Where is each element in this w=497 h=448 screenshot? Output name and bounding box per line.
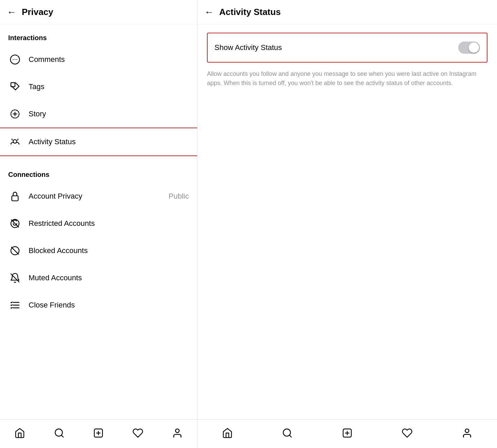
menu-item-story[interactable]: Story <box>0 100 197 128</box>
toggle-thumb <box>469 43 479 53</box>
right-nav-profile[interactable] <box>459 425 475 441</box>
svg-line-7 <box>11 220 18 227</box>
left-nav-profile[interactable] <box>169 425 186 441</box>
right-panel-title: Activity Status <box>219 7 281 17</box>
close-friends-label: Close Friends <box>29 301 189 310</box>
connections-section-label: Connections <box>0 161 197 183</box>
left-back-button[interactable]: ← <box>7 7 16 17</box>
left-panel-content: Interactions Comments Tags <box>0 24 197 419</box>
blocked-accounts-label: Blocked Accounts <box>29 246 189 255</box>
menu-item-tags[interactable]: Tags <box>0 73 197 100</box>
section-divider <box>0 158 197 159</box>
show-activity-status-row: Show Activity Status <box>207 33 487 63</box>
left-nav-home[interactable] <box>12 425 28 441</box>
story-icon <box>8 107 22 121</box>
comment-icon <box>8 53 22 66</box>
left-bottom-nav <box>0 419 197 448</box>
right-back-button[interactable]: ← <box>204 7 214 17</box>
story-label: Story <box>29 110 189 118</box>
left-nav-create[interactable] <box>90 425 107 441</box>
close-friends-icon <box>8 298 22 312</box>
menu-item-comments[interactable]: Comments <box>0 46 197 73</box>
activity-status-toggle[interactable] <box>458 42 480 54</box>
svg-line-21 <box>289 435 291 437</box>
svg-rect-5 <box>12 196 18 201</box>
svg-point-19 <box>176 429 179 433</box>
restricted-icon <box>8 217 22 230</box>
right-nav-search[interactable] <box>279 425 295 441</box>
svg-line-9 <box>12 247 19 254</box>
blocked-icon <box>8 244 22 258</box>
svg-point-25 <box>465 429 469 433</box>
right-panel: ← Activity Status Show Activity Status A… <box>197 0 497 448</box>
right-nav-create[interactable] <box>339 425 355 441</box>
right-bottom-nav <box>197 419 497 448</box>
left-nav-heart[interactable] <box>130 425 146 441</box>
left-header: ← Privacy <box>0 0 197 24</box>
right-header: ← Activity Status <box>197 0 497 24</box>
toggle-description: Allow accounts you follow and anyone you… <box>207 69 487 88</box>
interactions-section-label: Interactions <box>0 24 197 46</box>
menu-item-activity-status[interactable]: Activity Status <box>0 128 197 155</box>
right-nav-home[interactable] <box>219 425 236 441</box>
left-nav-search[interactable] <box>51 425 67 441</box>
menu-item-muted-accounts[interactable]: Muted Accounts <box>0 264 197 292</box>
restricted-accounts-label: Restricted Accounts <box>29 219 189 228</box>
comments-label: Comments <box>29 55 189 64</box>
menu-item-blocked-accounts[interactable]: Blocked Accounts <box>0 237 197 264</box>
toggle-label: Show Activity Status <box>214 43 282 52</box>
menu-item-close-friends[interactable]: Close Friends <box>0 292 197 319</box>
left-panel-title: Privacy <box>22 7 53 17</box>
menu-item-account-privacy[interactable]: Account Privacy Public <box>0 183 197 210</box>
tags-label: Tags <box>29 82 189 91</box>
tag-icon <box>8 80 22 94</box>
muted-icon <box>8 271 22 285</box>
activity-status-icon <box>8 135 22 149</box>
right-nav-heart[interactable] <box>399 425 415 441</box>
account-privacy-label: Account Privacy <box>29 192 169 201</box>
activity-status-label: Activity Status <box>29 137 189 146</box>
lock-icon <box>8 189 22 203</box>
muted-accounts-label: Muted Accounts <box>29 273 189 282</box>
left-panel: ← Privacy Interactions Comments Tags <box>0 0 197 448</box>
right-content: Show Activity Status Allow accounts you … <box>197 24 497 419</box>
svg-line-15 <box>61 435 63 437</box>
account-privacy-value: Public <box>169 192 189 201</box>
menu-item-restricted-accounts[interactable]: Restricted Accounts <box>0 210 197 237</box>
